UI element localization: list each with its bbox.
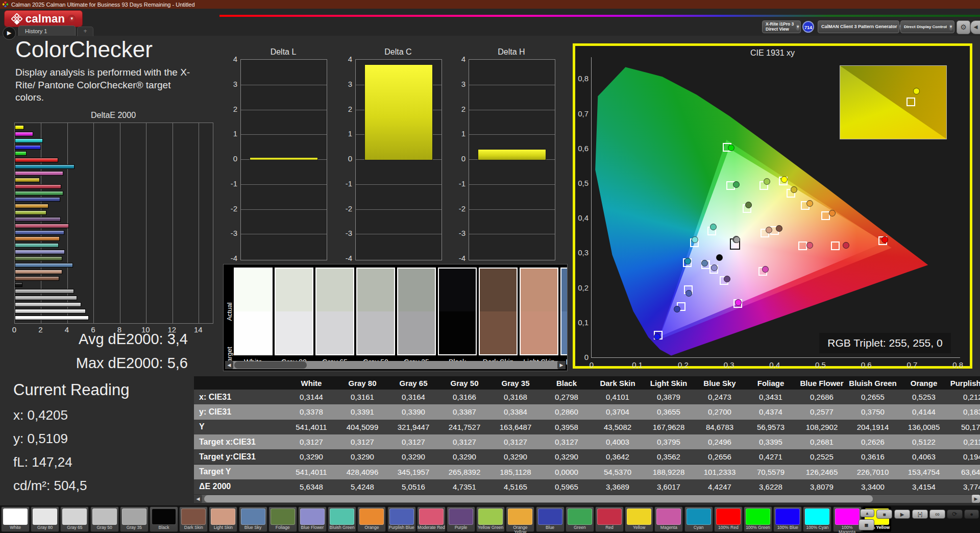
loop-button[interactable]: ∞ <box>929 510 945 519</box>
patch-button-purple[interactable]: Purple <box>447 506 475 532</box>
patch-button-white[interactable]: White <box>1 506 30 532</box>
delta-y-tick-label: 0 <box>224 154 237 163</box>
patch-color-swatch <box>241 508 265 525</box>
table-scroll-right-icon[interactable]: ▶ <box>972 495 980 503</box>
display-dropdown-icon[interactable]: ▼ <box>949 23 953 31</box>
table-column-header: Gray 35 <box>490 379 541 387</box>
delta-y-tick-label: -4 <box>452 254 465 262</box>
collapse-panel-button[interactable]: ◀ <box>970 20 980 34</box>
meter-dropdown-icon[interactable]: ▼ <box>796 23 800 31</box>
patch-button-gray-65[interactable]: Gray 65 <box>60 506 89 532</box>
logo-dropdown-icon[interactable]: ▾ <box>68 15 76 22</box>
step-icon: [•] <box>918 512 922 517</box>
patch-button-yellow[interactable]: Yellow <box>625 506 653 532</box>
table-cell: 3,7741 <box>949 482 980 491</box>
pattern-window-button[interactable]: ■ <box>859 519 874 530</box>
compare-swatch-blue-sky[interactable]: Blue Sky <box>560 268 568 366</box>
patch-button-blue[interactable]: Blue <box>536 506 565 532</box>
patch-button-100-blue[interactable]: 100% Blue <box>773 506 802 532</box>
patch-button-dark-skin[interactable]: Dark Skin <box>179 506 208 532</box>
cie-point-100-yellow <box>781 176 788 183</box>
patch-label: 100% Blue <box>774 525 801 530</box>
patch-button-100-green[interactable]: 100% Green <box>744 506 772 532</box>
add-tab-button[interactable]: + <box>77 27 93 36</box>
calman-menu-button[interactable]: calman ▾ <box>4 10 83 27</box>
compare-swatch-white[interactable]: White <box>234 268 273 366</box>
compare-swatch-light-skin[interactable]: Light Skin <box>520 268 558 366</box>
patch-button-gray-50[interactable]: Gray 50 <box>90 506 119 532</box>
scroll-right-icon[interactable]: ▶ <box>557 361 566 369</box>
actual-axis-label: Actual <box>226 294 233 330</box>
stop-button[interactable]: ■ <box>876 510 892 519</box>
patch-button-cyan[interactable]: Cyan <box>684 506 713 532</box>
cie-y-tick-label: 0,8 <box>571 74 589 83</box>
patch-button-moderate-red[interactable]: Moderate Red <box>417 506 446 532</box>
swatch-colors <box>520 268 558 355</box>
settings-gear-button[interactable]: ⚙ <box>957 20 970 34</box>
patch-color-swatch <box>211 508 235 525</box>
table-scroll-left-icon[interactable]: ◀ <box>194 495 202 503</box>
patch-label: Moderate Red <box>418 525 445 530</box>
compare-swatch-gray-65[interactable]: Gray 65 <box>315 268 354 366</box>
patch-color-swatch <box>656 508 681 525</box>
swatch-scroll-thumb[interactable] <box>234 361 307 369</box>
delta-bar <box>250 157 318 160</box>
patch-button-blue-sky[interactable]: Blue Sky <box>239 506 267 532</box>
pattern-generator-selector[interactable]: CalMAN Client 3 Pattern Generator ▼ <box>818 20 899 33</box>
table-cell: 101,2333 <box>694 468 745 476</box>
play-button[interactable]: ▶ <box>894 510 910 519</box>
swatch-scrollbar[interactable]: ◀ ▶ <box>225 361 566 369</box>
patch-button-bluish-green[interactable]: Bluish Green <box>328 506 356 532</box>
patch-color-swatch <box>389 508 414 525</box>
table-cell: 0,0000 <box>541 468 592 476</box>
patch-button-gray-80[interactable]: Gray 80 <box>31 506 59 532</box>
compare-swatch-dark-skin[interactable]: Dark Skin <box>479 268 518 366</box>
table-cell: 54,5370 <box>592 468 643 476</box>
scroll-left-icon[interactable]: ◀ <box>225 361 233 369</box>
patch-button-yellow-green[interactable]: Yellow Green <box>476 506 505 532</box>
patch-button-orange-yellow[interactable]: Orange Yellow <box>506 506 534 532</box>
cie-y-tick-label: 0,2 <box>571 283 589 292</box>
patch-button-red[interactable]: Red <box>595 506 624 532</box>
swatch-actual-color <box>439 269 476 311</box>
deltae-bar-magenta <box>15 171 63 176</box>
tab-scroll-button[interactable]: ▶ <box>3 27 16 40</box>
table-scrollbar[interactable]: ◀ ▶ <box>194 495 980 503</box>
record-button[interactable]: ● <box>964 510 979 519</box>
patch-button-100-cyan[interactable]: 100% Cyan <box>803 506 831 532</box>
table-cell: 3,8079 <box>796 482 847 491</box>
patch-button-purplish-blue[interactable]: Purplish Blue <box>387 506 416 532</box>
patch-button-100-magenta[interactable]: 100% Magenta <box>833 506 862 532</box>
compare-swatch-gray-50[interactable]: Gray 50 <box>356 268 395 366</box>
patch-button-100-red[interactable]: 100% Red <box>714 506 743 532</box>
display-control-selector[interactable]: Direct Display Control ▼ <box>900 20 954 33</box>
tab-history-1[interactable]: History 1 <box>18 26 76 36</box>
compare-swatch-gray-80[interactable]: Gray 80 <box>275 268 313 366</box>
patch-button-blue-flower[interactable]: Blue Flower <box>298 506 327 532</box>
delta-gridline <box>469 184 555 185</box>
table-scroll-thumb[interactable] <box>204 495 873 502</box>
patch-button-green[interactable]: Green <box>566 506 594 532</box>
patch-button-orange[interactable]: Orange <box>357 506 386 532</box>
cie-point-bluish-green <box>710 224 717 230</box>
meter-selector[interactable]: X-Rite i1Pro 3 Direct View ▼ <box>762 20 801 33</box>
patch-button-black[interactable]: Black <box>150 506 178 532</box>
patch-button-foliage[interactable]: Foliage <box>268 506 297 532</box>
table-row-label: y: CIE31 <box>194 407 286 417</box>
delta-y-tick-label: 3 <box>339 80 352 88</box>
swatch-target-color <box>235 311 272 354</box>
patch-button-light-skin[interactable]: Light Skin <box>209 506 237 532</box>
cie-1931-panel[interactable]: CIE 1931 xy 00,10,20,30,40,50,60,70,800,… <box>573 43 972 369</box>
table-cell: 0,3164 <box>388 393 439 401</box>
patch-button-magenta[interactable]: Magenta <box>654 506 683 532</box>
toolbar-up-button[interactable]: ▲ <box>860 509 874 517</box>
patch-label: Red <box>596 525 623 530</box>
refresh-button[interactable]: ⟳ <box>947 510 963 519</box>
table-cell: 0,3290 <box>337 452 388 461</box>
compare-swatch-black[interactable]: Black <box>438 268 477 366</box>
deltae-bar-blue <box>15 197 60 202</box>
step-button[interactable]: [•] <box>912 510 928 519</box>
compare-swatch-gray-35[interactable]: Gray 35 <box>397 268 436 366</box>
patch-button-gray-35[interactable]: Gray 35 <box>120 506 149 532</box>
swatch-actual-color <box>561 269 568 311</box>
